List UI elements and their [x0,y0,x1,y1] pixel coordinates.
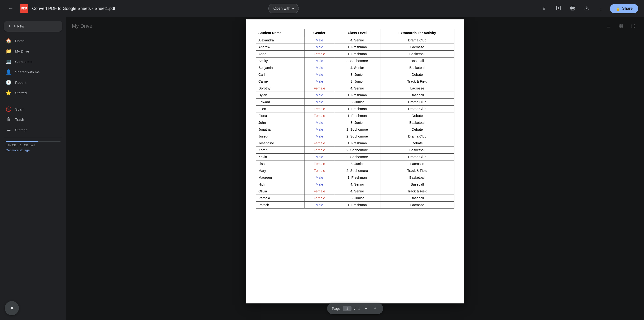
cell-class: 4. Senior [334,181,380,188]
cell-gender: Female [305,188,334,195]
sidebar-item-computers[interactable]: 💻 Computers [0,56,62,67]
cell-gender: Male [305,119,334,126]
cell-class: 1. Freshman [334,92,380,99]
table-row: EdwardMale3. JuniorDrama Club [256,99,454,106]
cell-gender: Male [305,44,334,51]
my-drive-icon: 📁 [6,48,11,54]
page-label: Page [332,306,340,310]
table-row: MaryFemale2. SophomoreTrack & Field [256,167,454,174]
sidebar-item-starred[interactable]: ⭐ Starred [0,88,62,98]
download-button[interactable] [582,3,592,14]
cell-name: Karen [256,147,305,154]
share-label: Share [622,7,633,11]
back-button[interactable]: ← [6,3,16,14]
cell-name: Josephine [256,140,305,147]
cell-class: 3. Junior [334,99,380,106]
sidebar-item-storage[interactable]: ☁ Storage [0,125,62,135]
cell-class: 1. Freshman [334,51,380,58]
pdf-viewer: Student Name Gender Class Level Extracur… [246,20,464,303]
open-with-button[interactable]: Open with ▾ [268,4,299,13]
share-button[interactable]: 🔒 Share [610,4,638,13]
cell-activity: Track & Field [380,78,454,85]
print-button[interactable] [568,3,578,14]
table-row: NickMale4. SeniorBaseball [256,181,454,188]
sidebar-item-shared[interactable]: 👤 Shared with me [0,67,62,77]
cell-name: Kevin [256,154,305,160]
table-header-row: Student Name Gender Class Level Extracur… [256,29,454,37]
cell-gender: Male [305,202,334,208]
sidebar-item-my-drive[interactable]: 📁 My Drive [0,46,62,56]
page-number-input[interactable] [343,306,352,311]
cell-class: 1. Freshman [334,44,380,51]
hashtag-button[interactable]: # [539,3,550,14]
cell-class: 2. Sophomore [334,133,380,140]
cell-class: 2. Sophomore [334,147,380,154]
sidebar-item-label: My Drive [15,49,29,53]
print-icon [570,6,575,12]
storage-bar-fill [6,141,38,142]
cell-class: 1. Freshman [334,140,380,147]
add-to-drive-button[interactable] [553,3,564,14]
storage-bar [6,141,60,142]
cell-name: Becky [256,58,305,64]
sidebar-item-recent[interactable]: 🕐 Recent [0,77,62,88]
more-options-icon: ⋮ [598,6,603,11]
cell-name: Lisa [256,160,305,167]
cell-class: 1. Freshman [334,174,380,181]
storage-text: 8.87 GB of 15 GB used [6,144,60,147]
cell-gender: Female [305,51,334,58]
table-row: OliviaFemale4. SeniorTrack & Field [256,188,454,195]
cell-activity: Basketball [380,174,454,181]
sidebar-item-label: Recent [15,81,26,85]
chevron-down-icon: ▾ [292,7,294,11]
spam-icon: 🚫 [6,106,11,112]
lock-icon: 🔒 [616,7,620,11]
table-row: AnnaFemale1. FreshmanBasketball [256,51,454,58]
zoom-in-button[interactable]: + [372,305,378,312]
sidebar-item-label: Shared with me [15,70,40,74]
cell-name: Andrew [256,44,305,51]
cell-name: Fiona [256,112,305,119]
cell-activity: Drama Club [380,37,454,44]
table-row: DylanMale1. FreshmanBaseball [256,92,454,99]
zoom-out-button[interactable]: − [363,305,369,312]
sidebar-item-home[interactable]: 🏠 Home [0,36,62,46]
pdf-overlay: Student Name Gender Class Level Extracur… [66,17,644,320]
trash-icon: 🗑 [6,117,11,122]
cell-name: Mary [256,167,305,174]
cell-gender: Female [305,195,334,202]
cell-activity: Basketball [380,147,454,154]
cell-name: Alexandra [256,37,305,44]
sidebar-item-label: Starred [15,91,27,95]
table-row: CarlMale3. JuniorDebate [256,71,454,78]
svg-rect-3 [571,8,574,10]
cell-class: 4. Senior [334,64,380,71]
sidebar-item-label: Home [15,39,24,43]
more-options-button[interactable]: ⋮ [596,3,606,14]
cell-activity: Debate [380,112,454,119]
ai-bubble[interactable]: ✦ [5,301,19,315]
cell-activity: Lacrosse [380,160,454,167]
cell-activity: Baseball [380,58,454,64]
cell-activity: Basketball [380,119,454,126]
cell-gender: Male [305,58,334,64]
get-more-storage-link[interactable]: Get more storage [6,148,60,152]
cell-name: Maureen [256,174,305,181]
cell-class: 3. Junior [334,78,380,85]
cell-class: 1. Freshman [334,112,380,119]
new-button[interactable]: + + New [4,21,62,32]
cell-gender: Male [305,64,334,71]
cell-activity: Drama Club [380,133,454,140]
table-row: BeckyMale2. SophomoreBaseball [256,58,454,64]
sidebar-item-trash[interactable]: 🗑 Trash [0,114,62,125]
cell-activity: Baseball [380,195,454,202]
sidebar-item-label: Storage [15,128,28,132]
cell-name: Patrick [256,202,305,208]
cell-activity: Debate [380,126,454,133]
cell-gender: Male [305,126,334,133]
sidebar-item-spam[interactable]: 🚫 Spam [0,104,62,114]
sidebar: + + New 🏠 Home 📁 My Drive 💻 Computers 👤 … [0,17,66,320]
cell-name: Dylan [256,92,305,99]
cell-name: Carl [256,71,305,78]
open-with-label: Open with [273,7,290,11]
